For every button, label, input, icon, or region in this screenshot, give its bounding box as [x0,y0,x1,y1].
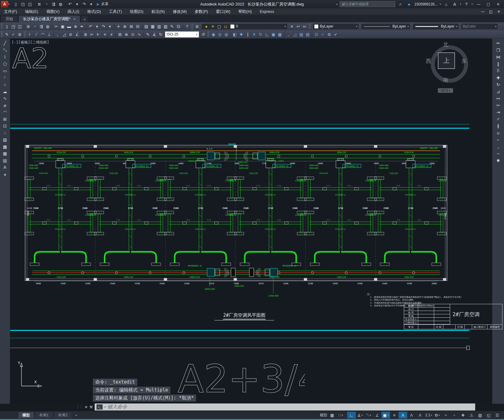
dim-edit-icon[interactable]: ✎ [145,31,151,38]
customization-menu[interactable]: ☰ [493,412,502,418]
dim-break-icon[interactable]: ≠ [108,31,115,38]
help-icon[interactable]: ? [184,23,190,30]
dim-baseline-icon[interactable]: ⊨ [89,31,95,38]
pan-icon[interactable]: ✛ [115,23,122,30]
isodraft-toggle[interactable]: ⟍▾ [364,412,373,418]
menu-item-4[interactable]: 插入(I) [63,8,83,15]
menu-item-7[interactable]: 绘图(D) [126,8,147,15]
redo-caret[interactable]: ▾ [88,1,94,7]
polar-tracking-toggle[interactable]: ∡▾ [356,412,364,418]
ortho-toggle[interactable]: ∟ [347,412,356,418]
trim-tool[interactable]: ✂ [495,102,502,109]
doc-minimize-button[interactable]: — [479,9,487,14]
command-close-icon[interactable]: ✕ [85,405,88,409]
search-expand-icon[interactable]: ▸ [336,3,338,6]
publish-icon[interactable]: ⇶ [50,1,57,7]
viewcube[interactable]: 北 西 东 南 上 [428,42,464,83]
web-publish-icon[interactable]: ◍ [44,23,51,30]
undo-icon[interactable]: ↶ [87,23,94,30]
dim-jogged-icon[interactable]: ◿ [61,31,67,38]
color-edges-icon[interactable]: ▨ [298,31,305,38]
tool-palettes-icon[interactable]: ▥ [156,23,162,30]
layout-tab-3[interactable]: 布局2 [54,412,72,418]
recent-commands-caret[interactable]: ▾ [104,406,106,408]
viewcube-top-face[interactable]: 上 [438,52,455,69]
layout-tab-1[interactable]: 模型 [18,412,34,418]
publish-icon[interactable]: ⇶ [38,23,44,30]
open-icon[interactable]: ◳ [20,1,26,7]
markup-icon[interactable]: ✎ [169,23,175,30]
lineweight-control[interactable]: ByLayer▾ [412,23,459,30]
properties-icon[interactable]: ▤ [143,23,150,30]
menu-item-11[interactable]: 窗口(W) [212,8,234,15]
zoom-previous-icon[interactable]: ⊟ [135,23,141,30]
layer-control[interactable]: ●☀▢⊔ 0 ▾ [201,23,288,30]
isolate-objects[interactable]: ▧ [476,412,484,418]
redo-icon[interactable]: ↷ [100,23,107,30]
copy-edges-icon[interactable]: ▤ [305,31,311,38]
color-control[interactable]: ByLayer▾ [313,23,359,30]
search-input[interactable]: 键入关键字或短语 [339,1,395,7]
text-style-icon[interactable]: ✎ [4,31,10,38]
logo-caret-icon[interactable]: ▾ [8,3,9,6]
dim-jogline-icon[interactable]: ∿ [136,31,142,38]
menu-item-10[interactable]: 参数(P) [191,8,212,15]
menu-item-5[interactable]: 格式(O) [83,8,105,15]
spell-check-icon[interactable]: ✓ [10,31,17,38]
plot-icon[interactable]: ≣ [25,23,32,30]
linetype-control[interactable]: ByLayer▾ [361,23,411,30]
viewcube-west[interactable]: 西 [426,58,431,65]
zoom-realtime-icon[interactable]: ⊕ [122,23,128,30]
join-tool[interactable]: ∪ [495,130,502,137]
clean-screen[interactable]: ◱ [484,412,493,418]
ellipse-tool[interactable]: ⌀ [1,102,9,109]
dock-grip-icon[interactable]: ⋮⋮ [76,405,83,409]
account-icon[interactable]: ● [406,1,412,8]
redo-caret[interactable]: ▾ [107,23,113,30]
circle-tool[interactable]: ○ [1,81,9,88]
layer-previous-icon[interactable]: ↩ [295,23,301,30]
zoom-window-icon[interactable]: ⊞ [128,23,135,30]
paste-icon[interactable]: ▬ [66,23,72,30]
new-layout-button[interactable]: ＋ [73,412,79,418]
extrude-faces-icon[interactable]: ◧ [232,31,238,38]
viewcube-south[interactable]: 南 [443,77,448,84]
array-tool[interactable]: ⠿ [495,67,502,74]
new-icon[interactable]: ▯ [13,1,19,7]
copy-base-icon[interactable]: ⊕ [72,23,79,30]
insert-block-tool[interactable]: ⊞ [1,116,9,123]
wcs-selector[interactable]: WCS▾ [438,88,453,93]
autocad-logo-icon[interactable]: A [1,1,8,8]
graphics-performance[interactable]: ❖ [459,412,467,418]
help-caret-icon[interactable]: ▾ [472,3,473,6]
layer-on-icon[interactable]: ● [203,23,210,30]
dim-style-apply-icon[interactable]: ↺ [200,31,207,38]
menu-item-6[interactable]: 工具(T) [105,8,126,15]
annotation-monitor[interactable]: ＋ [441,412,450,418]
search-icon[interactable]: ⌕ [397,1,404,8]
close-button[interactable]: ✕ [494,1,502,7]
osnap-toggle[interactable]: ▣▾ [381,412,390,418]
addins-tool[interactable]: ◕ [1,171,9,178]
imprint-icon[interactable]: ⊡ [313,31,320,38]
autodesk-app-caret-icon[interactable]: ▾ [460,3,461,6]
solid-intersect-icon[interactable]: ◍ [223,31,229,38]
layer-thaw-icon[interactable]: ☀ [210,23,216,30]
command-prompt-icon[interactable]: >_ [97,404,103,410]
plot-icon[interactable]: ≣ [36,1,43,7]
share-icon[interactable]: ➤ [94,1,101,8]
autoscale-toggle[interactable]: Λ [407,412,416,418]
polygon-tool[interactable]: ⬠ [1,61,9,68]
dimstyle-control[interactable]: ISO-25▾ [165,31,199,38]
rotate-faces-icon[interactable]: ↻ [257,31,264,38]
stretch-tool[interactable]: ↦ [495,95,502,102]
dim-text-edit-icon[interactable]: ∡ [151,31,157,38]
web-publish-icon[interactable]: ◍ [57,1,64,7]
dim-ordinate-icon[interactable]: ⊥ [46,31,52,38]
arc-tool[interactable]: ◜ [1,74,9,81]
otrack-toggle[interactable]: ∠ [373,412,381,418]
maximize-button[interactable]: ▢ [484,1,492,7]
copy-faces-icon[interactable]: ▣ [270,31,277,38]
annotation-scale-icon[interactable]: Λ [416,412,424,418]
polyline-tool[interactable]: ⌇ [1,54,9,61]
